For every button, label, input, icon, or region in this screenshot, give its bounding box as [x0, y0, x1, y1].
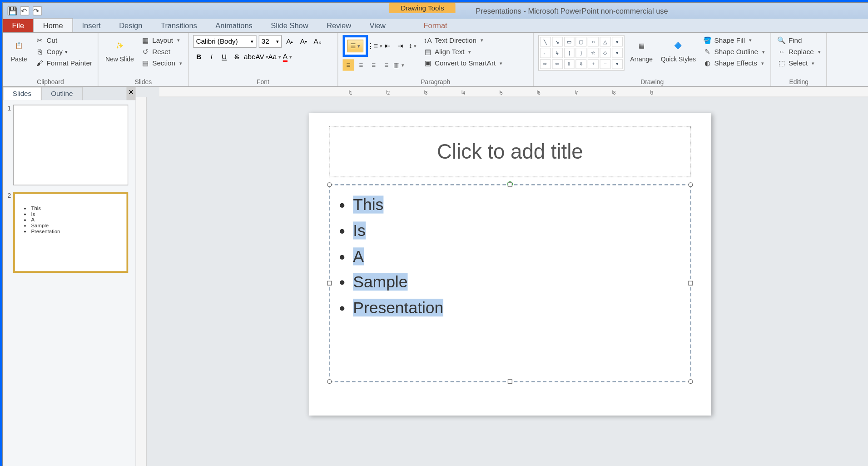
shrink-font-button[interactable]: A▾	[298, 35, 309, 47]
tab-insert[interactable]: Insert	[73, 19, 110, 32]
shape-block-icon[interactable]: ⇨	[540, 59, 551, 69]
shape-triangle-icon[interactable]: △	[600, 37, 611, 47]
shape-brace2-icon[interactable]: }	[576, 48, 587, 58]
panel-tab-slides[interactable]: Slides	[3, 87, 41, 100]
shape-arrow-icon[interactable]: ↘	[552, 37, 563, 47]
slide-thumbnail-1[interactable]	[13, 105, 128, 185]
shape-oval-icon[interactable]: ○	[588, 37, 599, 47]
resize-handle-w[interactable]	[327, 281, 332, 286]
tab-transitions[interactable]: Transitions	[152, 19, 206, 32]
tab-slideshow[interactable]: Slide Show	[262, 19, 317, 32]
line-spacing-button[interactable]: ↕	[407, 40, 418, 52]
columns-button[interactable]: ▥	[393, 59, 405, 70]
replace-button[interactable]: ↔Replace	[776, 46, 822, 57]
shape-eq-icon[interactable]: +	[588, 59, 599, 69]
new-slide-button[interactable]: ✨ New Slide	[103, 35, 136, 64]
resize-handle-nw[interactable]	[327, 182, 332, 187]
strikethrough-button[interactable]: S	[231, 51, 243, 63]
slide-thumbnail-2[interactable]: ThisIsASamplePresentation	[13, 192, 128, 273]
reset-button[interactable]: ↺Reset	[139, 46, 183, 57]
resize-handle-se[interactable]	[688, 379, 693, 384]
bullet-list[interactable]: ThisIsASamplePresentation	[330, 185, 690, 328]
tab-review[interactable]: Review	[317, 19, 360, 32]
bullet-item[interactable]: Presentation	[353, 296, 679, 321]
align-text-button[interactable]: ▤Align Text	[422, 46, 504, 57]
tab-format[interactable]: Format	[414, 19, 456, 32]
title-placeholder[interactable]: Click to add title	[329, 126, 691, 177]
shape-block3-icon[interactable]: ⇧	[564, 59, 575, 69]
arrange-button[interactable]: ▦Arrange	[628, 35, 655, 64]
bullet-item[interactable]: Is	[353, 218, 679, 244]
tab-design[interactable]: Design	[110, 19, 152, 32]
slide-canvas[interactable]: Click to add title ThisIsASamplePresenta…	[309, 113, 711, 416]
format-painter-button[interactable]: 🖌Format Painter	[34, 58, 94, 69]
shadow-button[interactable]: abc	[244, 51, 255, 63]
change-case-button[interactable]: Aa	[269, 51, 280, 63]
tab-view[interactable]: View	[360, 19, 395, 32]
increase-indent-button[interactable]: ⇥	[394, 40, 406, 52]
tab-home[interactable]: Home	[33, 18, 73, 32]
resize-handle-ne[interactable]	[688, 182, 693, 187]
shape-more-icon[interactable]: ▾	[612, 37, 623, 47]
shape-block2-icon[interactable]: ⇦	[552, 59, 563, 69]
align-left-button[interactable]: ≡	[342, 59, 354, 70]
underline-button[interactable]: U	[218, 51, 230, 63]
quick-styles-button[interactable]: 🔷Quick Styles	[659, 35, 699, 64]
paste-button[interactable]: 📋 Paste	[7, 35, 30, 64]
resize-handle-sw[interactable]	[327, 379, 332, 384]
font-size-select[interactable]: 32▾	[259, 35, 282, 48]
bullets-button[interactable]: ☰	[347, 40, 363, 52]
panel-tab-outline[interactable]: Outline	[41, 87, 83, 100]
shapes-gallery[interactable]: ╲↘▭▢○△▾ ⌐↳{}☆◇▾ ⇨⇦⇧⇩+−▾	[538, 35, 625, 70]
shape-expand-icon[interactable]: ▾	[612, 59, 623, 69]
cut-button[interactable]: ✂Cut	[34, 35, 94, 45]
bullet-item[interactable]: Sample	[353, 270, 679, 296]
layout-button[interactable]: ▦Layout	[139, 35, 183, 45]
text-direction-button[interactable]: ↕AText Direction	[422, 35, 504, 45]
shape-line-icon[interactable]: ╲	[540, 37, 551, 47]
shape-effects-button[interactable]: ◐Shape Effects	[702, 58, 766, 69]
redo-icon[interactable]: ↷	[33, 6, 42, 15]
shape-roundrect-icon[interactable]: ▢	[576, 37, 587, 47]
bullet-item[interactable]: This	[353, 192, 679, 218]
canvas-area[interactable]: 123456789 Click to add title	[136, 87, 868, 466]
char-spacing-button[interactable]: AV	[256, 51, 268, 63]
shape-connector-icon[interactable]: ⌐	[540, 48, 551, 58]
shape-outline-button[interactable]: ✎Shape Outline	[702, 46, 766, 57]
font-color-button[interactable]: A	[282, 51, 293, 63]
bullet-item[interactable]: A	[353, 244, 679, 270]
save-icon[interactable]: 💾	[7, 6, 16, 15]
convert-smartart-button[interactable]: ▣Convert to SmartArt	[422, 58, 504, 69]
shape-eq2-icon[interactable]: −	[600, 59, 611, 69]
copy-button[interactable]: ⎘Copy▾	[34, 46, 94, 57]
panel-close-button[interactable]: ×	[126, 87, 135, 100]
grow-font-button[interactable]: A▴	[284, 35, 295, 47]
undo-icon[interactable]: ↶	[20, 6, 29, 15]
content-placeholder[interactable]: ThisIsASamplePresentation	[329, 184, 691, 382]
resize-handle-n[interactable]	[508, 182, 512, 187]
shape-rect-icon[interactable]: ▭	[564, 37, 575, 47]
select-button[interactable]: ⬚Select	[776, 58, 822, 69]
shape-scroll-icon[interactable]: ▾	[612, 48, 623, 58]
clear-format-button[interactable]: Aₓ	[312, 35, 323, 47]
italic-button[interactable]: I	[206, 51, 217, 63]
tab-animations[interactable]: Animations	[206, 19, 262, 32]
shape-brace-icon[interactable]: {	[564, 48, 575, 58]
align-right-button[interactable]: ≡	[368, 59, 379, 70]
decrease-indent-button[interactable]: ⇤	[382, 40, 393, 52]
shape-block4-icon[interactable]: ⇩	[576, 59, 587, 69]
resize-handle-s[interactable]	[508, 379, 512, 384]
resize-handle-e[interactable]	[688, 281, 693, 286]
align-center-button[interactable]: ≡	[355, 59, 367, 70]
shape-callout-icon[interactable]: ◇	[600, 48, 611, 58]
tab-file[interactable]: File	[3, 19, 33, 32]
font-name-select[interactable]: Calibri (Body)▾	[193, 35, 256, 48]
justify-button[interactable]: ≡	[381, 59, 392, 70]
shape-fill-button[interactable]: 🪣Shape Fill	[702, 35, 766, 45]
find-button[interactable]: 🔍Find	[776, 35, 822, 45]
shape-elbow-icon[interactable]: ↳	[552, 48, 563, 58]
bold-button[interactable]: B	[193, 51, 204, 63]
numbering-button[interactable]: ⋮≡	[369, 40, 381, 52]
shape-star-icon[interactable]: ☆	[588, 48, 599, 58]
section-button[interactable]: ▤Section	[139, 58, 183, 69]
